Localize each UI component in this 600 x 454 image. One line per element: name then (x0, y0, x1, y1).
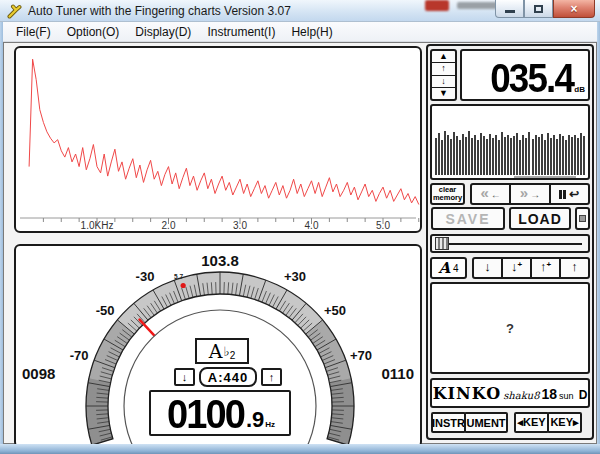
menu-help[interactable]: Help(H) (283, 23, 340, 41)
pitch-down-button[interactable]: ↓ (474, 259, 503, 277)
stop-button[interactable] (575, 207, 590, 230)
note-display: A ♭ 2 (195, 338, 249, 364)
menu-bar: File(F) Option(O) Display(D) Instrument(… (0, 22, 600, 42)
range-max-label: 0110 (381, 365, 414, 382)
pitch-down-fine-button[interactable]: ↓ + (503, 259, 532, 277)
slider-track[interactable] (448, 243, 582, 245)
menu-file[interactable]: File(F) (8, 23, 59, 41)
pause-return-button[interactable]: ↩ (551, 185, 588, 203)
forward-icon: » (520, 185, 528, 200)
minimize-button[interactable] (495, 0, 524, 18)
waveform-bar (495, 135, 497, 175)
waveform-bar (532, 139, 534, 175)
gauge-top-value: 103.8 (201, 252, 239, 269)
rewind-icon: « (480, 185, 488, 200)
up-arrow-icon: ↑ (571, 259, 578, 276)
instrument-key: D (579, 388, 588, 402)
frequency-integer: 0100 (167, 397, 244, 431)
load-button[interactable]: LOAD (509, 207, 571, 230)
window-controls: × (495, 0, 595, 18)
waveform-bar (480, 133, 482, 175)
window-border (0, 22, 3, 454)
menu-option[interactable]: Option(O) (59, 23, 128, 41)
cents-label: -30 (136, 269, 155, 284)
instrument-prev-button[interactable]: INSTR (431, 412, 466, 433)
x-axis-tick-label: 4.0 (305, 220, 319, 231)
waveform-bar (528, 132, 530, 175)
waveform-bar (559, 134, 561, 175)
x-axis-tick-label: 5.0 (376, 220, 390, 231)
cents-label: +70 (350, 348, 372, 363)
minimize-icon (505, 10, 515, 13)
clear-memory-button[interactable]: clear memory (430, 183, 465, 205)
window-border (0, 444, 600, 454)
note-octave: 2 (230, 350, 236, 361)
pitch-display[interactable]: A 4 (430, 257, 467, 279)
instrument-display: KINKO shaku8 18 sun D (430, 378, 590, 408)
waveform-bar (513, 136, 515, 175)
instrument-brand: KINKO (433, 384, 501, 403)
waveform-bar (438, 133, 440, 175)
position-slider (430, 234, 590, 253)
waveform-bar (562, 136, 564, 175)
waveform-bar (510, 138, 512, 175)
tuning-gauge-panel: 5.7103.8-30-50-70+30+50+7000980110 A ♭ 2… (14, 244, 422, 448)
pause-icon (559, 185, 567, 203)
menu-instrument[interactable]: Instrument(I) (199, 23, 283, 41)
reference-down-button[interactable]: ↓ (174, 368, 195, 386)
level-adjust-buttons: ▲ ↑ ↓ ▼ (430, 49, 457, 101)
waveform-bar (459, 140, 461, 175)
waveform-bar (504, 137, 506, 175)
waveform-bar (577, 138, 579, 175)
waveform-scrollbar[interactable] (514, 176, 576, 178)
instrument-size: 18 (542, 386, 558, 402)
up-arrow-icon: ↑ (269, 371, 275, 383)
waveform-bar (447, 135, 449, 175)
cents-label: +50 (324, 303, 346, 318)
waveform-bar (465, 137, 467, 175)
pitch-up-button[interactable]: ↑ (561, 259, 588, 277)
clear-memory-label: memory (433, 194, 462, 202)
down-arrow-icon: ↓ (182, 371, 188, 383)
level-up-fast-button[interactable]: ▲ (432, 51, 455, 63)
frequency-unit: Hz (265, 420, 275, 429)
cents-label: -70 (70, 348, 89, 363)
waveform-bar (556, 139, 558, 175)
instrument-next-button[interactable]: UMENT (464, 412, 508, 433)
waveform-bar (580, 133, 582, 175)
down-arrow-icon: ↓ (484, 259, 491, 276)
close-button[interactable]: × (553, 0, 595, 18)
x-axis-tick-label: 2.0 (162, 220, 176, 231)
close-icon: × (570, 2, 577, 16)
level-down-button[interactable]: ↓ (432, 76, 455, 88)
pitch-up-fine-button[interactable]: ↑ + (532, 259, 561, 277)
waveform-bar (501, 132, 503, 175)
rewind-button[interactable]: « ← (472, 185, 511, 203)
waveform-bar (550, 138, 552, 175)
waveform-bar (535, 135, 537, 175)
menu-display[interactable]: Display(D) (127, 23, 199, 41)
maximize-button[interactable] (524, 0, 553, 18)
waveform-bar (574, 135, 576, 175)
reference-up-button[interactable]: ↑ (261, 368, 282, 386)
level-down-fast-button[interactable]: ▼ (432, 88, 455, 99)
waveform-bar (498, 140, 500, 175)
waveform-bar (522, 135, 524, 175)
cents-label: -50 (96, 303, 115, 318)
waveform-bar (477, 140, 479, 175)
waveform-bar (474, 135, 476, 175)
waveform-bar (453, 132, 455, 175)
key-prev-button[interactable]: ◂KEY (514, 412, 549, 433)
marker-dot (181, 283, 186, 288)
forward-button[interactable]: » → (511, 185, 550, 203)
waveform-bar (516, 133, 518, 175)
waveform-bar (450, 139, 452, 175)
slider-thumb[interactable] (435, 237, 449, 250)
save-button[interactable]: SAVE (431, 207, 505, 230)
control-panel: ▲ ↑ ↓ ▼ 035.4 dB clear memory « ← » → (426, 44, 594, 440)
spectrum-panel: 1.0KHz2.03.04.05.0 (14, 46, 422, 233)
key-next-button[interactable]: KEY▸ (547, 412, 582, 433)
waveform-bar (471, 138, 473, 175)
level-up-button[interactable]: ↑ (432, 63, 455, 75)
frequency-display: 0100 .9 Hz (149, 390, 291, 436)
